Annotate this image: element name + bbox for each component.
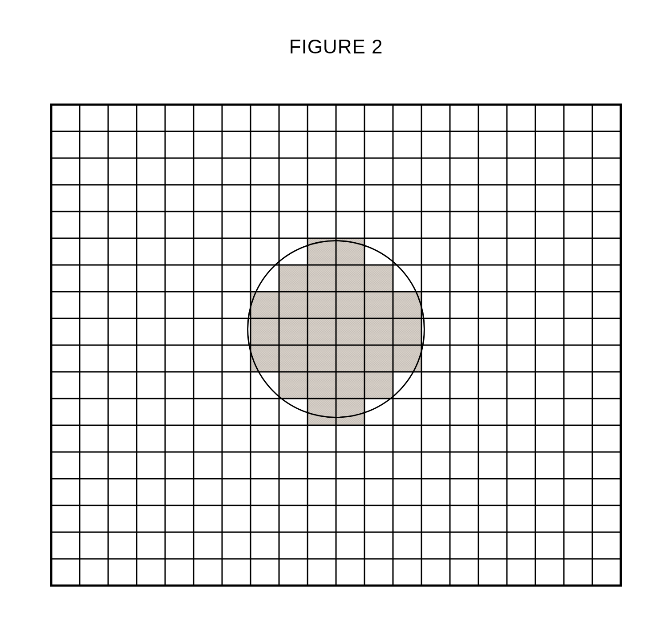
shaded-cell: [279, 372, 308, 399]
shaded-cell: [364, 345, 393, 372]
shaded-cell: [308, 292, 336, 318]
shaded-cell: [251, 318, 279, 345]
shaded-cell: [336, 265, 364, 292]
grid-lines: [51, 105, 621, 586]
shaded-cell: [308, 372, 336, 399]
grid-circle-diagram: [49, 102, 623, 588]
shaded-cell: [364, 318, 393, 345]
shaded-cell: [336, 292, 364, 318]
shaded-cell: [336, 345, 364, 372]
shaded-cell: [308, 345, 336, 372]
shaded-cell: [393, 318, 421, 345]
shaded-cell: [364, 292, 393, 318]
shaded-cell: [279, 265, 308, 292]
shaded-cell: [279, 292, 308, 318]
shaded-cell: [251, 345, 279, 372]
figure-title: FIGURE 2: [0, 36, 672, 58]
shaded-cell: [308, 318, 336, 345]
shaded-cell: [336, 399, 364, 425]
shaded-cell: [279, 318, 308, 345]
shaded-cell: [308, 399, 336, 425]
shaded-cell: [336, 372, 364, 399]
shaded-cell: [336, 318, 364, 345]
shaded-cell: [364, 372, 393, 399]
shaded-cell: [393, 345, 421, 372]
shaded-cell: [279, 345, 308, 372]
figure-container: [49, 102, 623, 588]
shaded-cell: [308, 265, 336, 292]
shaded-cell: [364, 265, 393, 292]
